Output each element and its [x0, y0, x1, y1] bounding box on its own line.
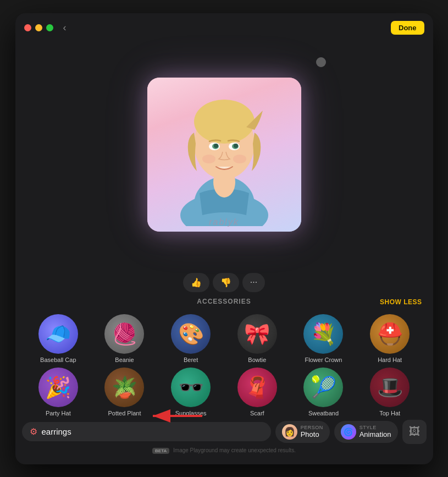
accessories-section: ACCESSORIES SHOW LESS 🧢Baseball Cap🧶Bean… [15, 297, 433, 416]
accessory-circle-flower-crown: 💐 [303, 314, 343, 354]
accessory-flower-crown[interactable]: 💐Flower Crown [291, 314, 356, 363]
person-label: PERSON [301, 425, 323, 430]
style-label: STYLE [359, 425, 391, 430]
svg-point-5 [194, 100, 255, 144]
accessory-label-beanie: Beanie [115, 357, 134, 363]
accessory-circle-party-hat: 🎉 [38, 368, 78, 407]
accessory-label-baseball-cap: Baseball Cap [40, 357, 76, 363]
watermark: rablyk [209, 217, 239, 227]
accessory-circle-sunglasses: 🕶️ [171, 368, 211, 407]
accessory-circle-sweatband: 🎾 [303, 368, 343, 407]
bottom-toolbar: ⚙ 👩 PERSON Photo 🌀 STYLE Animation 🖼 BE [15, 414, 433, 464]
svg-point-11 [234, 144, 238, 148]
woman-portrait [169, 83, 279, 226]
arrow-indicator [142, 405, 208, 429]
accessory-circle-beanie: 🧶 [104, 314, 144, 354]
svg-point-12 [202, 155, 215, 163]
style-text: STYLE Animation [359, 425, 391, 438]
reaction-bar: 👍 👎 ··· [15, 273, 433, 292]
accessories-header: ACCESSORIES SHOW LESS [26, 297, 422, 306]
person-value: Photo [301, 430, 323, 438]
accessory-hard-hat[interactable]: ⛑️Hard Hat [358, 314, 422, 363]
accessory-circle-baseball-cap: 🧢 [38, 314, 78, 354]
accessory-sweatband[interactable]: 🎾Sweatband [291, 368, 356, 416]
beta-badge: BETA [152, 448, 169, 454]
accessory-circle-top-hat: 🎩 [370, 368, 410, 407]
done-button[interactable]: Done [391, 21, 424, 35]
beta-notice: BETA Image Playground may create unexpec… [22, 447, 427, 453]
image-picker-button[interactable]: 🖼 [402, 420, 427, 444]
more-options-button[interactable]: ··· [242, 273, 265, 292]
accessory-beanie[interactable]: 🧶Beanie [92, 314, 157, 363]
show-less-button[interactable]: SHOW LESS [380, 298, 422, 306]
traffic-lights [24, 24, 53, 31]
accessory-label-bowtie: Bowtie [248, 357, 266, 363]
accessories-grid: 🧢Baseball Cap🧶Beanie🎨Beret🎀Bowtie💐Flower… [26, 314, 422, 416]
accessory-circle-scarf: 🧣 [237, 368, 277, 407]
preview-area: rablyk [15, 13, 433, 266]
accessory-scarf[interactable]: 🧣Scarf [225, 368, 289, 416]
thumbs-down-button[interactable]: 👎 [213, 273, 239, 292]
accessory-circle-hard-hat: ⛑️ [370, 314, 410, 354]
svg-point-10 [214, 144, 218, 148]
image-frame: rablyk [147, 78, 301, 232]
fullscreen-button[interactable] [46, 24, 53, 31]
bottom-bar: ⚙ 👩 PERSON Photo 🌀 STYLE Animation 🖼 [22, 420, 427, 444]
style-icon: 🌀 [341, 424, 356, 440]
accessory-label-beret: Beret [184, 357, 198, 363]
accessory-party-hat[interactable]: 🎉Party Hat [26, 368, 91, 416]
accessory-label-flower-crown: Flower Crown [305, 357, 342, 363]
style-button[interactable]: 🌀 STYLE Animation [334, 421, 398, 443]
accessory-circle-potted-plant: 🪴 [104, 368, 144, 407]
thumbs-up-button[interactable]: 👍 [183, 273, 209, 292]
accessory-label-hard-hat: Hard Hat [378, 357, 402, 363]
app-window: ‹ Done [15, 13, 433, 464]
accessory-circle-bowtie: 🎀 [237, 314, 277, 354]
title-bar: ‹ Done [15, 13, 433, 40]
accessory-circle-beret: 🎨 [171, 314, 211, 354]
close-button[interactable] [24, 24, 31, 31]
person-button[interactable]: 👩 PERSON Photo [275, 421, 330, 443]
accessory-beret[interactable]: 🎨Beret [159, 314, 223, 363]
svg-point-13 [233, 155, 246, 163]
floating-dot [316, 57, 326, 67]
back-button[interactable]: ‹ [63, 22, 67, 34]
accessories-title: ACCESSORIES [158, 298, 290, 305]
accessory-top-hat[interactable]: 🎩Top Hat [358, 368, 422, 416]
person-text: PERSON Photo [301, 425, 323, 438]
beta-text: Image Playground may create unexpected r… [173, 447, 296, 453]
title-bar-left: ‹ [24, 22, 67, 34]
style-value: Animation [359, 430, 391, 438]
person-avatar: 👩 [282, 424, 297, 440]
accessory-baseball-cap[interactable]: 🧢Baseball Cap [26, 314, 91, 363]
accessory-bowtie[interactable]: 🎀Bowtie [225, 314, 289, 363]
minimize-button[interactable] [35, 24, 42, 31]
settings-icon: ⚙ [30, 426, 37, 437]
